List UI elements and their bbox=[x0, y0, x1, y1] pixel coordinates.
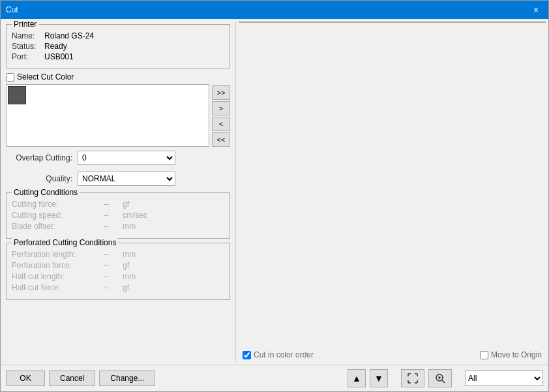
perf-force-label: Perforation force: bbox=[12, 261, 90, 270]
bottom-options: Cut in color order Move to Origin bbox=[239, 348, 546, 362]
printer-port-label: Port: bbox=[12, 52, 44, 61]
printer-group-title: Printer bbox=[12, 20, 38, 29]
scroll-left-button[interactable]: ◀ bbox=[239, 22, 248, 23]
cutting-force-row: Cutting force: – gf bbox=[12, 200, 224, 209]
perforated-conditions-content: Perforation length: – mm Perforation for… bbox=[12, 250, 224, 292]
nav-up-button[interactable]: ▲ bbox=[348, 369, 366, 387]
quality-select[interactable]: NORMAL HIGH DRAFT bbox=[78, 172, 175, 186]
preview-container: ▲ ▼ bbox=[239, 22, 546, 348]
select-cut-color-label: Select Cut Color bbox=[17, 72, 74, 82]
blade-offset-label: Blade offset: bbox=[12, 222, 90, 231]
scroll-up-button[interactable]: ▲ bbox=[537, 22, 546, 23]
quality-row: Quality: NORMAL HIGH DRAFT bbox=[6, 172, 230, 186]
ok-button[interactable]: OK bbox=[6, 370, 45, 386]
color-list-container bbox=[6, 84, 209, 147]
dialog-footer: OK Cancel Change... ▲ ▼ All bbox=[1, 365, 548, 391]
perf-length-row: Perforation length: – mm bbox=[12, 250, 224, 259]
half-cut-length-row: Half-cut length: – mm bbox=[12, 272, 224, 281]
perf-length-label: Perforation length: bbox=[12, 250, 90, 259]
half-cut-length-dash: – bbox=[90, 272, 123, 281]
cutting-speed-row: Cutting speed: – cm/sec bbox=[12, 211, 224, 220]
printer-status-label: Status: bbox=[12, 42, 44, 51]
half-cut-force-dash: – bbox=[90, 283, 123, 292]
overlap-cutting-row: Overlap Cutting: 0 1 2 3 bbox=[6, 151, 230, 165]
perf-length-dash: – bbox=[90, 250, 123, 259]
cut-in-color-order-label: Cut in color order bbox=[254, 350, 314, 359]
cut-in-color-order-label-container: Cut in color order bbox=[243, 350, 314, 359]
select-cut-color-checkbox[interactable] bbox=[6, 73, 14, 82]
perf-force-row: Perforation force: – gf bbox=[12, 261, 224, 270]
cutting-speed-unit: cm/sec bbox=[123, 211, 147, 220]
printer-port-value: USB001 bbox=[44, 52, 74, 61]
arrow-buttons: >> > < << bbox=[212, 84, 230, 147]
overlap-cutting-label: Overlap Cutting: bbox=[6, 153, 78, 162]
cut-in-color-order-checkbox[interactable] bbox=[243, 351, 251, 359]
color-list[interactable] bbox=[6, 84, 209, 147]
scroll-right-button[interactable]: ▶ bbox=[527, 22, 536, 23]
printer-name-label: Name: bbox=[12, 31, 44, 40]
cut-dialog: Cut × Printer Name: Roland GS-24 Status:… bbox=[0, 0, 549, 392]
horizontal-scrollbar[interactable]: ◀ ▶ bbox=[239, 22, 536, 22]
move-to-origin-label-container: Move to Origin bbox=[480, 350, 542, 359]
blade-offset-row: Blade offset: – mm bbox=[12, 222, 224, 231]
printer-name-row: Name: Roland GS-24 bbox=[12, 31, 224, 40]
cancel-button[interactable]: Cancel bbox=[49, 370, 95, 386]
left-panel: Printer Name: Roland GS-24 Status: Ready… bbox=[1, 19, 235, 365]
half-cut-force-unit: gf bbox=[123, 283, 129, 292]
blade-offset-unit: mm bbox=[123, 222, 136, 231]
svg-line-69 bbox=[442, 380, 445, 383]
cutting-conditions-title: Cutting Conditions bbox=[12, 188, 80, 197]
right-button[interactable]: > bbox=[212, 101, 230, 115]
double-left-button[interactable]: << bbox=[212, 132, 230, 147]
cutting-conditions-content: Cutting force: – gf Cutting speed: – cm/… bbox=[12, 200, 224, 231]
cutting-force-unit: gf bbox=[123, 200, 129, 209]
perf-force-dash: – bbox=[90, 261, 123, 270]
left-button[interactable]: < bbox=[212, 117, 230, 131]
printer-status-row: Status: Ready bbox=[12, 42, 224, 51]
cutting-force-label: Cutting force: bbox=[12, 200, 90, 209]
horizontal-scrollbar-container: ◀ ▶ bbox=[239, 22, 536, 22]
zoom-button[interactable] bbox=[428, 369, 452, 387]
printer-port-row: Port: USB001 bbox=[12, 52, 224, 61]
move-to-origin-checkbox[interactable] bbox=[480, 351, 488, 359]
overlap-cutting-select[interactable]: 0 1 2 3 bbox=[78, 151, 175, 165]
select-cut-color-row: Select Cut Color bbox=[6, 72, 230, 82]
perf-length-unit: mm bbox=[123, 250, 136, 259]
cutting-force-dash: – bbox=[90, 200, 123, 209]
printer-status-value: Ready bbox=[44, 42, 67, 51]
perf-force-unit: gf bbox=[123, 261, 129, 270]
fit-view-button[interactable] bbox=[401, 369, 424, 387]
change-button[interactable]: Change... bbox=[99, 370, 155, 386]
blade-offset-dash: – bbox=[90, 222, 123, 231]
fit-view-icon bbox=[407, 372, 419, 384]
cutting-speed-dash: – bbox=[90, 211, 123, 220]
half-cut-length-label: Half-cut length: bbox=[12, 272, 90, 281]
zoom-icon bbox=[434, 372, 446, 384]
printer-group: Printer Name: Roland GS-24 Status: Ready… bbox=[6, 24, 230, 68]
color-swatch bbox=[8, 86, 26, 104]
perforated-conditions-title: Perforated Cutting Conditions bbox=[12, 238, 118, 247]
right-panel: ▲ ▼ bbox=[236, 19, 548, 365]
quality-label: Quality: bbox=[6, 174, 78, 183]
title-bar: Cut × bbox=[1, 1, 548, 19]
close-button[interactable]: × bbox=[529, 3, 543, 17]
half-cut-length-unit: mm bbox=[123, 272, 136, 281]
double-right-button[interactable]: >> bbox=[212, 85, 230, 100]
dialog-title: Cut bbox=[6, 5, 18, 14]
color-list-area: >> > < << bbox=[6, 84, 230, 147]
scroll-track-h bbox=[248, 22, 527, 22]
half-cut-force-label: Half-cut force: bbox=[12, 283, 90, 292]
printer-info: Name: Roland GS-24 Status: Ready Port: U… bbox=[12, 31, 224, 61]
preview-area: ▲ ▼ bbox=[239, 22, 546, 23]
move-to-origin-label: Move to Origin bbox=[491, 350, 542, 359]
printer-name-value: Roland GS-24 bbox=[44, 31, 94, 40]
cutting-speed-label: Cutting speed: bbox=[12, 211, 90, 220]
nav-down-button[interactable]: ▼ bbox=[370, 369, 388, 387]
half-cut-force-row: Half-cut force: – gf bbox=[12, 283, 224, 292]
select-cut-color-section: Select Cut Color >> > < << bbox=[6, 72, 230, 147]
all-select[interactable]: All bbox=[465, 370, 543, 386]
perforated-conditions-group: Perforated Cutting Conditions Perforatio… bbox=[6, 243, 230, 300]
cutting-conditions-group: Cutting Conditions Cutting force: – gf C… bbox=[6, 192, 230, 239]
dialog-body: Printer Name: Roland GS-24 Status: Ready… bbox=[1, 19, 548, 365]
